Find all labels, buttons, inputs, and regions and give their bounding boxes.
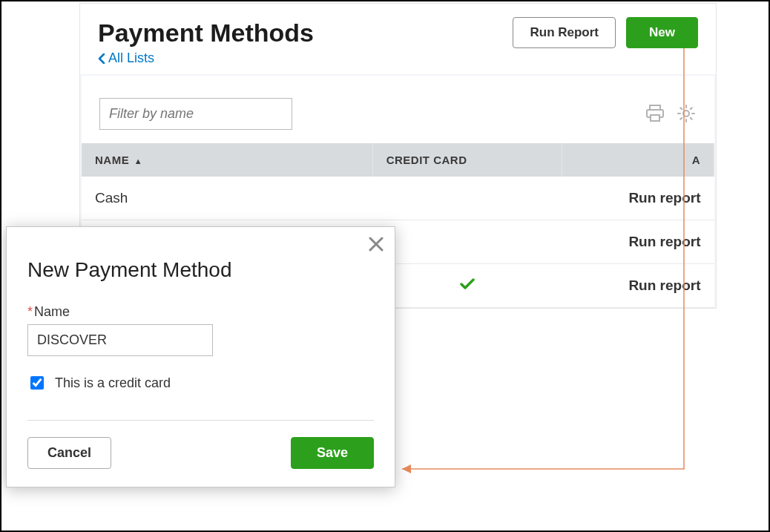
- run-report-button[interactable]: Run Report: [513, 17, 616, 48]
- save-button[interactable]: Save: [291, 437, 374, 469]
- cell-name: Cash: [82, 177, 372, 220]
- cell-action: Run report: [562, 263, 714, 307]
- filter-input[interactable]: [99, 98, 292, 130]
- svg-rect-2: [651, 115, 659, 121]
- toolbar-row: [82, 98, 714, 143]
- cancel-button[interactable]: Cancel: [27, 437, 111, 469]
- modal-title: New Payment Method: [27, 258, 374, 282]
- col-action[interactable]: A: [562, 143, 714, 177]
- credit-card-checkbox[interactable]: [30, 376, 44, 390]
- page-title: Payment Methods: [98, 19, 513, 47]
- check-icon: [460, 278, 475, 290]
- cell-action: Run report: [562, 177, 714, 220]
- run-report-link[interactable]: Run report: [628, 234, 700, 249]
- all-lists-label: All Lists: [108, 50, 154, 66]
- new-payment-method-modal: New Payment Method *Name This is a credi…: [6, 226, 395, 487]
- svg-point-3: [683, 111, 689, 116]
- header-row: Payment Methods Run Report New: [80, 4, 716, 50]
- required-asterisk: *: [27, 304, 33, 319]
- gear-icon[interactable]: [676, 103, 697, 124]
- sort-asc-icon: ▲: [134, 157, 142, 165]
- breadcrumb: All Lists: [80, 50, 716, 74]
- name-field[interactable]: [27, 324, 213, 356]
- credit-card-checkbox-label: This is a credit card: [55, 375, 171, 391]
- cell-credit: [372, 263, 562, 307]
- new-button[interactable]: New: [626, 17, 698, 48]
- col-credit-card[interactable]: CREDIT CARD: [372, 143, 562, 177]
- table-row: CashRun report: [82, 177, 714, 220]
- credit-card-checkbox-row[interactable]: This is a credit card: [27, 374, 374, 392]
- modal-footer: Cancel Save: [27, 437, 374, 469]
- col-name[interactable]: NAME ▲: [82, 143, 372, 177]
- cell-action: Run report: [562, 220, 714, 263]
- cell-credit: [372, 177, 562, 220]
- name-field-label: *Name: [27, 304, 374, 320]
- cell-credit: [372, 220, 562, 263]
- all-lists-link[interactable]: All Lists: [98, 50, 154, 66]
- chevron-left-icon: [98, 53, 105, 64]
- run-report-link[interactable]: Run report: [628, 278, 700, 293]
- modal-divider: [27, 420, 374, 421]
- run-report-link[interactable]: Run report: [628, 190, 700, 206]
- toolbar-icons: [645, 103, 697, 124]
- printer-icon[interactable]: [645, 104, 665, 123]
- close-icon[interactable]: [368, 236, 384, 255]
